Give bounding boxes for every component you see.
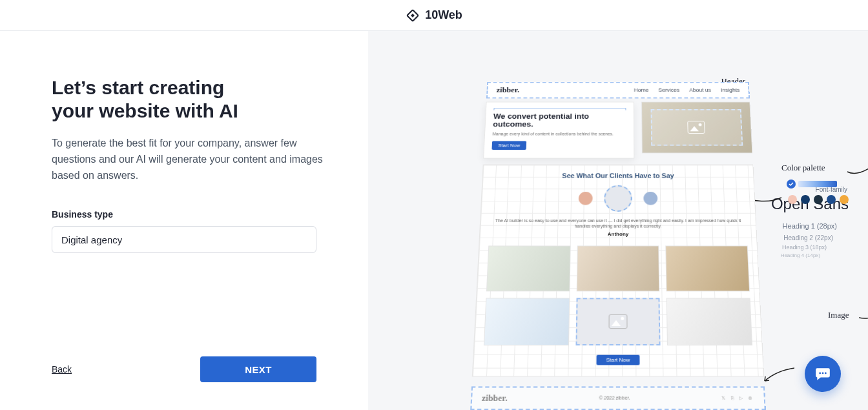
preview-testimonial-name: Anthony: [489, 231, 747, 237]
swatch-dots: [787, 195, 849, 204]
svg-point-2: [819, 373, 821, 374]
arrow-image-icon: [858, 303, 868, 322]
back-link[interactable]: Back: [52, 364, 72, 374]
business-type-select[interactable]: Digital agency: [52, 226, 316, 253]
preview-image-grid: [484, 245, 752, 345]
swatch-dot: [801, 195, 810, 204]
topbar: 10Web: [0, 0, 868, 31]
svg-rect-1: [411, 14, 415, 17]
annotation-image: Image: [828, 310, 849, 320]
grid-image: [666, 245, 750, 291]
preview-nav-item: Services: [658, 87, 679, 93]
logo[interactable]: 10Web: [406, 8, 462, 23]
swatch-dot: [840, 195, 849, 204]
svg-point-3: [822, 373, 824, 374]
preview-image-placeholder: [650, 109, 743, 146]
logo-icon: [406, 8, 420, 23]
preview-nav-item: Home: [634, 87, 648, 93]
preview-footer-brand: zibber.: [482, 393, 508, 404]
annotation-heading-2: Heading 2 (22px): [783, 234, 833, 241]
grid-image: [484, 298, 570, 345]
preview-nav: Home Services About us Insights: [634, 87, 739, 93]
grid-image: [486, 245, 570, 291]
preview-avatars: [490, 185, 746, 211]
preview-hero: We convert potential into outcomes. Mana…: [483, 102, 753, 159]
preview-hero-title: We convert potential into outcomes.: [493, 112, 626, 128]
preview-hero-cta: Start Now: [491, 141, 526, 149]
grid-image: [576, 245, 659, 291]
business-type-value: Digital agency: [61, 234, 122, 245]
app-root: 10Web Let’s start creating your website …: [0, 0, 868, 410]
chat-icon: [814, 365, 831, 382]
preview-testimonial: The AI builder is so easy to use and eve…: [490, 218, 747, 229]
right-pane: Header Color palette Image Footer Font-f…: [368, 31, 868, 410]
left-pane: Let’s start creating your website with A…: [0, 31, 368, 410]
heading-line-2: your website with AI: [52, 100, 238, 121]
preview-footer: zibber. © 2022 zibber. 𝕏 ⎘ ▷ ⊕: [470, 386, 766, 410]
preview-nav-item: Insights: [721, 87, 740, 93]
preview-body: See What Our Clients Have to Say The AI …: [472, 164, 764, 376]
preview-hero-sub: Manage every kind of content in collecti…: [492, 131, 626, 136]
grid-image-placeholder: [575, 298, 661, 345]
chat-button[interactable]: [805, 356, 841, 392]
annotation-heading-4: Heading 4 (14px): [781, 252, 820, 258]
page-title: Let’s start creating your website with A…: [52, 76, 368, 123]
preview-hero-image: [641, 102, 753, 154]
avatar: [643, 192, 657, 205]
split: Let’s start creating your website with A…: [0, 31, 868, 410]
color-swatches: [787, 179, 849, 204]
preview-header: zibber. Home Services About us Insights: [486, 82, 750, 99]
avatar: [579, 192, 593, 205]
preview-hero-text: We convert potential into outcomes. Mana…: [483, 102, 634, 159]
annotation-color-palette: Color palette: [781, 163, 825, 173]
swatch-row-1: [787, 179, 849, 189]
page-subtext: To generate the best fit for your compan…: [52, 136, 323, 183]
footer-actions: Back NEXT: [52, 356, 316, 382]
business-type-field: Business type Digital agency: [52, 209, 368, 253]
annotation-heading-1: Heading 1 (28px): [783, 222, 837, 230]
swatch-check-icon: [787, 179, 796, 189]
swatch-dot: [827, 195, 836, 204]
preview-cta-2: Start Now: [597, 355, 639, 365]
image-placeholder-icon: [688, 121, 705, 133]
preview-brand: zibber.: [496, 86, 519, 95]
grid-image: [666, 298, 752, 345]
swatch-dot: [814, 195, 823, 204]
avatar-selected: [604, 185, 632, 211]
annotation-heading-3: Heading 3 (18px): [782, 244, 827, 251]
swatch-dot: [788, 195, 797, 204]
business-type-label: Business type: [52, 209, 368, 220]
logo-text: 10Web: [425, 8, 462, 22]
swatch-gradient: [798, 181, 837, 187]
preview-canvas: zibber. Home Services About us Insights …: [470, 82, 766, 410]
arrow-footer-icon: [762, 367, 796, 384]
preview-footer-social-icons: 𝕏 ⎘ ▷ ⊕: [721, 395, 754, 401]
heading-line-1: Let’s start creating: [52, 77, 224, 98]
next-button[interactable]: NEXT: [200, 356, 316, 382]
arrow-palette-icon: [846, 163, 868, 177]
preview-footer-copy: © 2022 zibber.: [599, 396, 630, 401]
preview-clients-heading: See What Our Clients Have to Say: [491, 172, 745, 179]
preview-nav-item: About us: [689, 87, 711, 93]
svg-point-4: [825, 373, 827, 374]
